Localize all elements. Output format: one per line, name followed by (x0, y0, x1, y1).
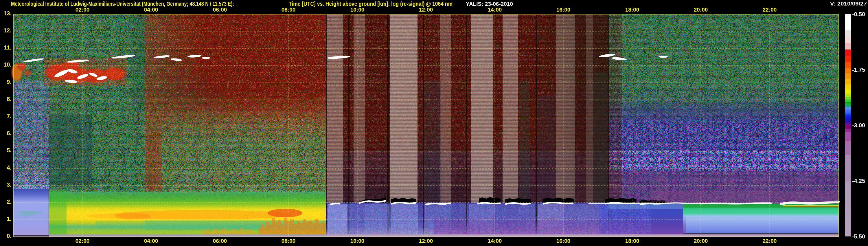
svg-text:YALIS: 23-06-2010: YALIS: 23-06-2010 (466, 1, 513, 7)
svg-text:08:00: 08:00 (281, 238, 296, 244)
svg-text:12.: 12. (3, 27, 11, 34)
svg-text:-5.50: -5.50 (852, 233, 865, 240)
svg-text:8.: 8. (7, 96, 11, 102)
svg-text:2.: 2. (7, 198, 11, 205)
svg-text:-1.75: -1.75 (852, 67, 865, 73)
svg-text:Meteorological Institute of Lu: Meteorological Institute of Ludwig-Maxim… (11, 1, 234, 7)
svg-text:22:00: 22:00 (763, 238, 777, 244)
svg-text:02:00: 02:00 (75, 7, 90, 13)
svg-text:11.: 11. (4, 44, 11, 51)
svg-text:12:00: 12:00 (419, 7, 433, 13)
svg-text:18:00: 18:00 (625, 238, 640, 244)
svg-text:4.: 4. (7, 164, 11, 171)
svg-text:9.: 9. (7, 79, 11, 85)
svg-text:14:00: 14:00 (488, 238, 502, 244)
svg-text:5.: 5. (7, 147, 11, 153)
svg-text:1.: 1. (7, 216, 11, 222)
svg-text:22:00: 22:00 (763, 7, 777, 13)
svg-text:3.: 3. (7, 181, 11, 188)
svg-text:-0.50: -0.50 (852, 11, 865, 18)
svg-text:10:00: 10:00 (350, 238, 365, 244)
svg-text:6.: 6. (7, 130, 11, 136)
svg-text:10.: 10. (3, 61, 11, 68)
svg-text:02:00: 02:00 (75, 238, 90, 244)
svg-text:Time [UTC] vs. Height above gr: Time [UTC] vs. Height above ground [km]:… (289, 1, 453, 7)
svg-text:-3.00: -3.00 (852, 122, 865, 128)
svg-text:20:00: 20:00 (694, 7, 708, 13)
svg-text:08:00: 08:00 (281, 7, 296, 13)
svg-text:06:00: 06:00 (213, 7, 227, 13)
svg-text:16:00: 16:00 (556, 238, 570, 244)
svg-text:0.: 0. (7, 233, 11, 239)
svg-text:7.: 7. (7, 113, 11, 119)
svg-text:06:00: 06:00 (213, 238, 227, 244)
svg-text:12:00: 12:00 (419, 238, 433, 244)
svg-text:04:00: 04:00 (144, 7, 158, 13)
svg-text:14:00: 14:00 (488, 7, 502, 13)
svg-text:13.: 13. (3, 10, 11, 17)
svg-text:V: 2010/09/27: V: 2010/09/27 (830, 1, 867, 7)
svg-text:10:00: 10:00 (350, 7, 365, 13)
svg-text:20:00: 20:00 (694, 238, 708, 244)
svg-text:04:00: 04:00 (144, 238, 158, 244)
svg-text:16:00: 16:00 (556, 7, 570, 13)
svg-text:18:00: 18:00 (625, 7, 640, 13)
svg-text:-4.25: -4.25 (852, 178, 865, 184)
